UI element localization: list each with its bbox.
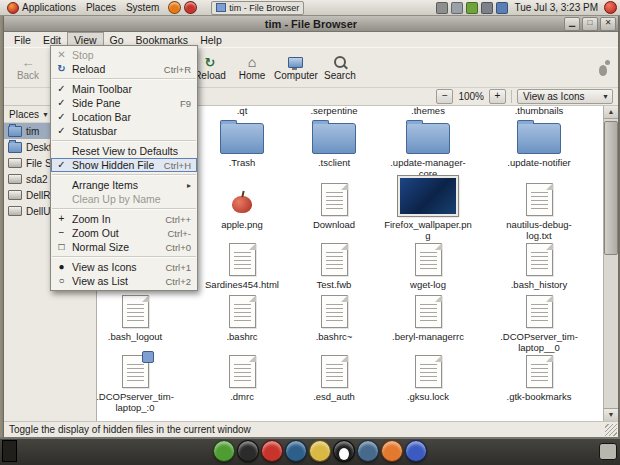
clock[interactable]: Tue Jul 3, 3:23 PM — [511, 2, 601, 13]
file-item-trash[interactable]: .Trash — [195, 118, 289, 168]
file-item-serpentine[interactable]: .serpentine — [287, 106, 381, 116]
file-item-download[interactable]: Download — [287, 180, 381, 230]
menu-item-zoom-out[interactable]: −Zoom OutCtrl+- — [51, 226, 197, 240]
ubuntu-icon[interactable] — [261, 440, 283, 462]
titlebar[interactable]: tim - File Browser ▁ □ ✕ — [4, 16, 618, 32]
scroll-up-icon[interactable]: ▲ — [604, 106, 618, 119]
document-icon — [321, 243, 348, 276]
panel-menu-places[interactable]: Places — [81, 0, 121, 15]
document-icon — [122, 355, 149, 388]
file-item-apple-png[interactable]: apple.png — [195, 180, 289, 230]
back-button[interactable]: ←Back — [8, 51, 48, 85]
maximize-button[interactable]: □ — [582, 17, 598, 31]
panel-launchers — [168, 1, 197, 14]
file-item-gtk-bookmarks[interactable]: .gtk-bookmarks — [492, 352, 586, 402]
tux-icon[interactable] — [333, 440, 355, 462]
file-name: .DCOPserver_tim-laptop_:0 — [97, 390, 182, 413]
panel-menu-applications[interactable]: Applications — [2, 0, 81, 15]
minimize-button[interactable]: ▁ — [564, 17, 580, 31]
terminal-icon[interactable] — [237, 440, 259, 462]
side-item-label: sda2 — [26, 174, 48, 185]
menu-item-show-hidden-files[interactable]: ✓Show Hidden FilesCtrl+H — [51, 158, 197, 172]
resize-grip[interactable] — [605, 424, 617, 436]
mail-launcher-icon[interactable] — [184, 1, 197, 14]
file-item-sardines454-html[interactable]: Sardines454.html — [195, 240, 289, 290]
menu-item-arrange-items[interactable]: Arrange Items▸ — [51, 178, 197, 192]
image-thumbnail-icon — [398, 176, 458, 216]
menu-item-normal-size[interactable]: □Normal SizeCtrl+0 — [51, 240, 197, 254]
view-mode-combo[interactable]: View as Icons ▼ — [517, 89, 613, 104]
scroll-down-icon[interactable]: ▼ — [604, 408, 618, 421]
globe-icon[interactable] — [285, 440, 307, 462]
menu-item-side-pane[interactable]: ✓Side PaneF9 — [51, 96, 197, 110]
file-item-bashrc[interactable]: .bashrc — [195, 292, 289, 342]
menu-item-view-as-list[interactable]: ○View as ListCtrl+2 — [51, 274, 197, 288]
file-item-test-fwb[interactable]: Test.fwb — [287, 240, 381, 290]
notification-icon[interactable] — [436, 2, 448, 14]
scrollbar-thumb[interactable] — [604, 121, 618, 255]
menu-item-statusbar[interactable]: ✓Statusbar — [51, 124, 197, 138]
show-desktop-icon[interactable] — [2, 440, 17, 462]
menu-item-reload[interactable]: ↻ReloadCtrl+R — [51, 62, 197, 76]
system-tray — [436, 2, 508, 14]
launcher-green-icon[interactable] — [213, 440, 235, 462]
file-item-bash-history[interactable]: .bash_history — [492, 240, 586, 290]
file-item-thumbnails[interactable]: .thumbnails — [492, 106, 586, 116]
menu-item-label: Zoom In — [72, 213, 155, 225]
panel-menu-system[interactable]: System — [121, 0, 164, 15]
file-item-update-notifier[interactable]: .update-notifier — [492, 118, 586, 168]
keyboard-indicator-icon[interactable] — [496, 2, 508, 14]
firefox-icon[interactable] — [381, 440, 403, 462]
file-item-update-manager-core[interactable]: .update-manager-core — [381, 118, 475, 179]
file-item-themes[interactable]: .themes — [381, 106, 475, 116]
konqueror-icon[interactable] — [405, 440, 427, 462]
file-item-qt[interactable]: .qt — [195, 106, 289, 116]
volume-icon[interactable] — [481, 2, 493, 14]
menu-item-reset-view-to-defaults[interactable]: Reset View to Defaults — [51, 144, 197, 158]
file-item-beryl-managerrc[interactable]: .beryl-managerrc — [381, 292, 475, 342]
menu-item-stop[interactable]: ✕Stop — [51, 48, 197, 62]
panel-menu-label: System — [126, 2, 159, 13]
menu-item-location-bar[interactable]: ✓Location Bar — [51, 110, 197, 124]
computer-button[interactable]: Computer — [274, 51, 318, 85]
file-item-dcopserver-tim-laptop-0[interactable]: .DCOPserver_tim-laptop__0 — [492, 292, 586, 353]
file-item-dmrc[interactable]: .dmrc — [195, 352, 289, 402]
file-item-gksu-lock[interactable]: .gksu.lock — [381, 352, 475, 402]
search-button[interactable]: Search — [320, 51, 360, 85]
vertical-scrollbar[interactable]: ▲ ▼ — [603, 106, 618, 421]
menu-item-zoom-in[interactable]: +Zoom InCtrl++ — [51, 212, 197, 226]
file-item-bash-logout[interactable]: .bash_logout — [97, 292, 182, 342]
taskbar-window-button[interactable]: tim - File Browser — [211, 1, 304, 15]
menu-item-label: Reset View to Defaults — [72, 145, 191, 157]
close-button[interactable]: ✕ — [600, 17, 616, 31]
file-item-nautilus-debug-log-txt[interactable]: nautilus-debug-log.txt — [492, 180, 586, 241]
file-item-esd-auth[interactable]: .esd_auth — [287, 352, 381, 402]
file-name: .qt — [195, 106, 289, 116]
battery-icon[interactable] — [466, 2, 478, 14]
file-item-firefox-wallpaper-png[interactable]: Firefox_wallpaper.png — [381, 180, 475, 241]
menu-item-label: Normal Size — [72, 241, 155, 253]
zoom-in-button[interactable]: + — [489, 89, 506, 104]
home-button[interactable]: ⌂Home — [232, 51, 272, 85]
file-name: nautilus-debug-log.txt — [492, 218, 586, 241]
emblem-star-icon[interactable] — [309, 440, 331, 462]
menu-item-clean-up-by-name[interactable]: Clean Up by Name — [51, 192, 197, 206]
zoom-out-button[interactable]: − — [436, 89, 453, 104]
panel-menu-label: Applications — [22, 2, 76, 13]
menu-separator — [52, 256, 196, 258]
file-item-dcopserver-tim-laptop-0[interactable]: .DCOPserver_tim-laptop_:0 — [97, 352, 182, 413]
trash-applet-icon[interactable] — [599, 443, 617, 460]
network-icon[interactable] — [451, 2, 463, 14]
file-item-wget-log[interactable]: wget-log — [381, 240, 475, 290]
file-item-tsclient[interactable]: .tsclient — [287, 118, 381, 168]
quit-icon[interactable] — [604, 1, 617, 14]
bluefish-icon[interactable] — [357, 440, 379, 462]
menu-item-main-toolbar[interactable]: ✓Main Toolbar — [51, 82, 197, 96]
document-icon — [526, 355, 553, 388]
firefox-launcher-icon[interactable] — [168, 1, 181, 14]
menubar-help[interactable]: Help — [194, 32, 228, 47]
menu-item-view-as-icons[interactable]: ●View as IconsCtrl+1 — [51, 260, 197, 274]
file-name: .tsclient — [287, 156, 381, 168]
menubar-file[interactable]: File — [8, 32, 37, 47]
file-item-bashrc[interactable]: .bashrc~ — [287, 292, 381, 342]
